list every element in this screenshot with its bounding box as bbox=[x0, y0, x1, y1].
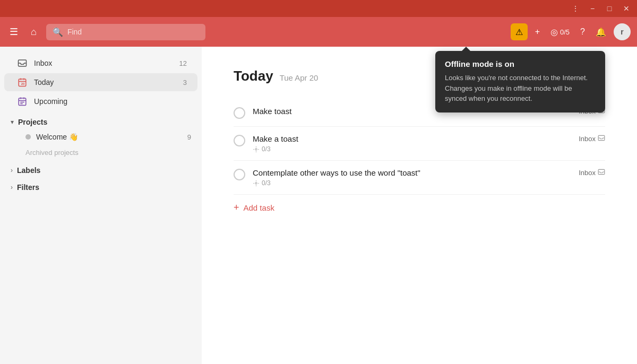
task-name-1: Make a toast bbox=[253, 134, 571, 143]
task-source-icon-2 bbox=[598, 168, 605, 177]
help-icon: ? bbox=[580, 27, 585, 37]
add-task-row[interactable]: + Add task bbox=[234, 195, 605, 221]
task-name-2: Contemplate other ways to use the word "… bbox=[253, 168, 571, 177]
projects-section[interactable]: ▾ Projects bbox=[0, 111, 202, 128]
labels-label: Labels bbox=[17, 166, 40, 175]
upcoming-label: Upcoming bbox=[34, 97, 187, 106]
sidebar-item-inbox[interactable]: Inbox 12 bbox=[4, 54, 197, 72]
task-checkbox-2[interactable] bbox=[234, 169, 245, 180]
archived-projects-link[interactable]: Archived projects bbox=[0, 145, 202, 160]
project-item-welcome[interactable]: Welcome 👋 9 bbox=[0, 128, 202, 145]
task-body-2: Contemplate other ways to use the word "… bbox=[253, 168, 571, 187]
task-body-1: Make a toast 0/3 bbox=[253, 134, 571, 153]
title-bar: ⋮ − □ ✕ bbox=[0, 0, 637, 17]
search-input[interactable] bbox=[67, 28, 199, 36]
today-count: 3 bbox=[183, 79, 187, 86]
project-dot bbox=[25, 134, 31, 140]
sidebar-item-upcoming[interactable]: Upcoming bbox=[4, 92, 197, 110]
task-meta-2: 0/3 bbox=[253, 179, 571, 187]
labels-section[interactable]: › Labels bbox=[0, 160, 202, 177]
offline-badge[interactable]: ⚠ bbox=[511, 23, 528, 40]
today-icon: 20 bbox=[15, 77, 30, 87]
labels-chevron-icon: › bbox=[11, 167, 13, 174]
page-title: Today bbox=[234, 68, 273, 84]
offline-tooltip-title: Offline mode is on bbox=[445, 59, 596, 68]
upcoming-icon bbox=[15, 97, 30, 106]
karma-count: 0/5 bbox=[560, 28, 570, 36]
header-left: ☰ ⌂ 🔍 bbox=[6, 23, 504, 41]
more-button[interactable]: ⋮ bbox=[569, 2, 582, 15]
inbox-label: Inbox bbox=[34, 59, 179, 67]
svg-point-13 bbox=[255, 148, 257, 150]
search-icon: 🔍 bbox=[53, 27, 63, 37]
add-icon: + bbox=[535, 27, 540, 37]
close-button[interactable]: ✕ bbox=[620, 2, 633, 15]
projects-label: Projects bbox=[18, 118, 47, 126]
task-meta-1: 0/3 bbox=[253, 145, 571, 153]
svg-text:20: 20 bbox=[21, 82, 25, 85]
warning-icon: ⚠ bbox=[515, 27, 523, 37]
header-right: ⚠ + ◎ 0/5 ? 🔔 r bbox=[511, 23, 631, 40]
svg-point-15 bbox=[255, 182, 257, 184]
sidebar: Inbox 12 20 Today 3 Upcoming ▾ Projects … bbox=[0, 47, 202, 364]
page-date: Tue Apr 20 bbox=[280, 73, 318, 82]
inbox-count: 12 bbox=[179, 59, 187, 67]
project-name: Welcome 👋 bbox=[36, 133, 187, 141]
task-source-2: Inbox bbox=[579, 168, 605, 177]
task-meta-count-1: 0/3 bbox=[262, 145, 271, 153]
add-button[interactable]: + bbox=[532, 24, 543, 40]
header: ☰ ⌂ 🔍 ⚠ + ◎ 0/5 ? 🔔 r Offline mode is on… bbox=[0, 17, 637, 47]
home-button[interactable]: ⌂ bbox=[28, 23, 40, 41]
minimize-button[interactable]: − bbox=[586, 2, 599, 15]
search-bar[interactable]: 🔍 bbox=[46, 24, 205, 40]
bell-icon: 🔔 bbox=[596, 27, 606, 37]
hamburger-button[interactable]: ☰ bbox=[6, 23, 21, 41]
task-source-label-1: Inbox bbox=[579, 135, 596, 143]
projects-chevron-icon: ▾ bbox=[11, 118, 14, 126]
inbox-icon bbox=[15, 58, 30, 68]
add-task-plus-icon: + bbox=[234, 202, 239, 213]
task-checkbox-1[interactable] bbox=[234, 135, 245, 146]
notifications-button[interactable]: 🔔 bbox=[592, 24, 609, 40]
filters-chevron-icon: › bbox=[11, 184, 13, 191]
project-count: 9 bbox=[187, 133, 191, 141]
task-source-1: Inbox bbox=[579, 134, 605, 143]
help-button[interactable]: ? bbox=[577, 24, 588, 40]
offline-tooltip-body: Looks like you're not connected to the I… bbox=[445, 73, 596, 104]
task-item: Make a toast 0/3 Inbox bbox=[234, 127, 605, 161]
avatar[interactable]: r bbox=[614, 23, 631, 40]
filters-section[interactable]: › Filters bbox=[0, 177, 202, 194]
task-source-icon-1 bbox=[598, 134, 605, 143]
offline-tooltip: Offline mode is on Looks like you're not… bbox=[435, 51, 605, 112]
task-source-label-2: Inbox bbox=[579, 169, 596, 177]
filters-label: Filters bbox=[17, 183, 39, 192]
maximize-button[interactable]: □ bbox=[603, 2, 616, 15]
karma-button[interactable]: ◎ 0/5 bbox=[547, 24, 573, 40]
karma-icon: ◎ bbox=[550, 27, 558, 37]
task-meta-count-2: 0/3 bbox=[262, 179, 271, 187]
today-label: Today bbox=[34, 78, 183, 86]
task-checkbox-0[interactable] bbox=[234, 107, 245, 119]
add-task-label: Add task bbox=[244, 203, 274, 212]
sidebar-item-today[interactable]: 20 Today 3 bbox=[4, 73, 197, 91]
task-item: Contemplate other ways to use the word "… bbox=[234, 161, 605, 195]
